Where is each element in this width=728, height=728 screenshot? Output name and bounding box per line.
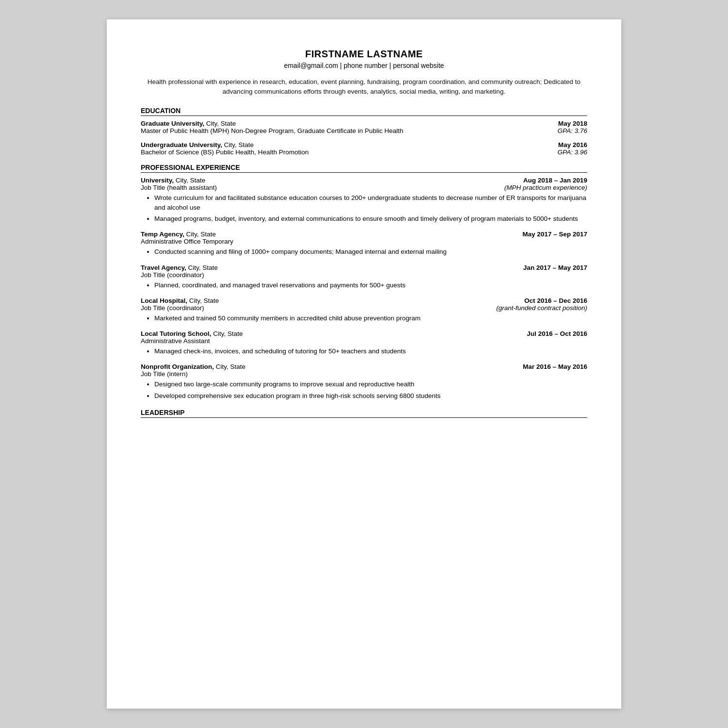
bullet-item: Planned, coordinated, and managed travel…: [154, 281, 587, 290]
entry-subtitle-row: Bachelor of Science (BS) Public Health, …: [141, 149, 587, 156]
entry-org: Graduate University, City, State: [141, 120, 236, 127]
entry-org-rest: City, State: [174, 177, 205, 184]
entry-5: Nonprofit Organization, City, StateMar 2…: [141, 363, 587, 401]
entry-date: May 2018: [558, 120, 587, 127]
entry-header-row: Local Hospital, City, StateOct 2016 – De…: [141, 297, 587, 304]
entry-subtitle-row: Job Title (health assistant)(MPH practic…: [141, 184, 587, 191]
entry-subtitle-left: Job Title (health assistant): [141, 184, 217, 191]
entry-subtitle-row: Job Title (coordinator): [141, 271, 587, 279]
sections-container: EDUCATIONGraduate University, City, Stat…: [141, 107, 587, 418]
entry-org-bold: Local Tutoring School,: [141, 330, 211, 337]
entry-subtitle-left: Job Title (intern): [141, 370, 188, 378]
entry-date: Mar 2016 – May 2016: [523, 363, 587, 370]
entry-org: Temp Agency, City, State: [141, 231, 216, 238]
entry-subtitle-right: (grant-funded contract position): [496, 304, 587, 312]
bullet-item: Wrote curriculum for and facilitated sub…: [154, 193, 587, 213]
entry-date: Aug 2018 – Jan 2019: [523, 177, 587, 184]
entry-org-rest: City, State: [204, 120, 236, 127]
entry-subtitle-left: Administrative Assistant: [141, 337, 210, 345]
entry-subtitle-right: (MPH practicum experience): [504, 184, 587, 191]
bullet-list: Marketed and trained 50 community member…: [154, 314, 587, 323]
entry-subtitle-left: Bachelor of Science (BS) Public Health, …: [141, 149, 309, 156]
bullet-list: Conducted scanning and filing of 1000+ c…: [154, 247, 587, 257]
entry-org-bold: Nonprofit Organization,: [141, 363, 214, 370]
entry-subtitle-left: Job Title (coordinator): [141, 304, 204, 312]
entry-subtitle-row: Job Title (intern): [141, 370, 587, 378]
entry-date: Oct 2016 – Dec 2016: [524, 297, 587, 304]
bullet-list: Managed check-ins, invoices, and schedul…: [154, 347, 587, 356]
entry-org-rest: City, State: [186, 264, 218, 271]
entry-0: University, City, StateAug 2018 – Jan 20…: [141, 177, 587, 224]
section-professional-experience: PROFESSIONAL EXPERIENCEUniversity, City,…: [141, 164, 587, 401]
summary-text: Health professional with experience in r…: [141, 77, 587, 97]
bullet-item: Developed comprehensive sex education pr…: [154, 391, 587, 401]
entry-4: Local Tutoring School, City, StateJul 20…: [141, 330, 587, 356]
entry-header-row: Graduate University, City, StateMay 2018: [141, 120, 587, 127]
entry-header-row: Nonprofit Organization, City, StateMar 2…: [141, 363, 587, 370]
entry-header-row: Local Tutoring School, City, StateJul 20…: [141, 330, 587, 337]
entry-org: Local Tutoring School, City, State: [141, 330, 243, 337]
entry-subtitle-row: Administrative Assistant: [141, 337, 587, 345]
section-leadership: LEADERSHIP: [141, 409, 587, 418]
entry-org-bold: University,: [141, 177, 174, 184]
entry-org: Nonprofit Organization, City, State: [141, 363, 246, 370]
entry-org-bold: Graduate University,: [141, 120, 204, 127]
entry-subtitle-left: Master of Public Health (MPH) Non-Degree…: [141, 127, 403, 134]
bullet-item: Conducted scanning and filing of 1000+ c…: [154, 247, 587, 257]
bullet-list: Wrote curriculum for and facilitated sub…: [154, 193, 587, 224]
entry-org-rest: City, State: [184, 231, 216, 238]
entry-1: Undergraduate University, City, StateMay…: [141, 141, 587, 156]
entry-subtitle-row: Administrative Office Temporary: [141, 238, 587, 245]
entry-org-rest: City, State: [222, 141, 254, 149]
entry-subtitle-row: Master of Public Health (MPH) Non-Degree…: [141, 127, 587, 134]
bullet-item: Managed programs, budget, inventory, and…: [154, 214, 587, 224]
entry-org-bold: Travel Agency,: [141, 264, 186, 271]
candidate-name: FIRSTNAME LASTNAME: [141, 49, 587, 60]
entry-subtitle-right: GPA: 3.96: [558, 149, 587, 156]
entry-1: Temp Agency, City, StateMay 2017 – Sep 2…: [141, 231, 587, 257]
entry-org: University, City, State: [141, 177, 205, 184]
entry-date: Jan 2017 – May 2017: [523, 264, 587, 271]
entry-header-row: Travel Agency, City, StateJan 2017 – May…: [141, 264, 587, 271]
bullet-list: Designed two large-scale community progr…: [154, 380, 587, 401]
entry-header-row: University, City, StateAug 2018 – Jan 20…: [141, 177, 587, 184]
entry-2: Travel Agency, City, StateJan 2017 – May…: [141, 264, 587, 290]
contact-info: email@gmail.com | phone number | persona…: [141, 62, 587, 69]
section-title-professional-experience: PROFESSIONAL EXPERIENCE: [141, 164, 587, 173]
entry-subtitle-right: GPA: 3.76: [558, 127, 587, 134]
section-title-leadership: LEADERSHIP: [141, 409, 587, 418]
entry-subtitle-row: Job Title (coordinator)(grant-funded con…: [141, 304, 587, 312]
section-title-education: EDUCATION: [141, 107, 587, 116]
bullet-item: Managed check-ins, invoices, and schedul…: [154, 347, 587, 356]
bullet-item: Designed two large-scale community progr…: [154, 380, 587, 389]
entry-date: Jul 2016 – Oct 2016: [527, 330, 587, 337]
bullet-list: Planned, coordinated, and managed travel…: [154, 281, 587, 290]
entry-3: Local Hospital, City, StateOct 2016 – De…: [141, 297, 587, 323]
resume-page: FIRSTNAME LASTNAME email@gmail.com | pho…: [107, 19, 621, 709]
entry-header-row: Temp Agency, City, StateMay 2017 – Sep 2…: [141, 231, 587, 238]
entry-date: May 2017 – Sep 2017: [522, 231, 587, 238]
entry-org: Undergraduate University, City, State: [141, 141, 254, 149]
entry-org-bold: Local Hospital,: [141, 297, 187, 304]
header: FIRSTNAME LASTNAME email@gmail.com | pho…: [141, 49, 587, 69]
entry-date: May 2016: [558, 141, 587, 149]
bullet-item: Marketed and trained 50 community member…: [154, 314, 587, 323]
entry-org: Travel Agency, City, State: [141, 264, 218, 271]
entry-org-rest: City, State: [187, 297, 219, 304]
entry-header-row: Undergraduate University, City, StateMay…: [141, 141, 587, 149]
section-education: EDUCATIONGraduate University, City, Stat…: [141, 107, 587, 156]
entry-org: Local Hospital, City, State: [141, 297, 219, 304]
entry-org-rest: City, State: [211, 330, 243, 337]
entry-0: Graduate University, City, StateMay 2018…: [141, 120, 587, 134]
entry-subtitle-left: Administrative Office Temporary: [141, 238, 233, 245]
entry-org-bold: Temp Agency,: [141, 231, 184, 238]
entry-org-bold: Undergraduate University,: [141, 141, 222, 149]
entry-org-rest: City, State: [214, 363, 246, 370]
entry-subtitle-left: Job Title (coordinator): [141, 271, 204, 279]
